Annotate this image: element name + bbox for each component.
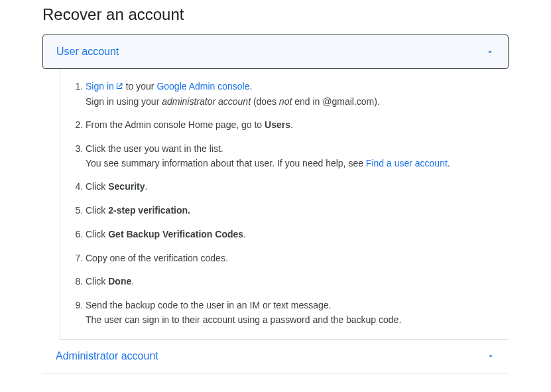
accordion-label: Administrator account — [56, 350, 158, 362]
step-2: From the Admin console Home page, go to … — [86, 118, 509, 133]
admin-console-link[interactable]: Google Admin console — [156, 81, 249, 92]
text: . — [290, 119, 293, 130]
step-8: Click Done. — [86, 275, 509, 289]
page-title: Recover an account — [42, 5, 509, 24]
text: Send the backup code to the user in an I… — [86, 300, 331, 310]
text: From the Admin console Home page, go to — [86, 119, 265, 130]
text: Click — [86, 205, 108, 216]
sign-in-link[interactable]: Sign in — [86, 81, 123, 92]
bold-text: Security — [108, 181, 145, 192]
text: . — [131, 276, 134, 287]
step-4: Click Security. — [86, 180, 509, 194]
step-1-sub: Sign in using your administrator account… — [86, 95, 509, 109]
accordion: User account Sign in to your Google Admi… — [42, 34, 509, 373]
step-3: Click the user you want in the list. You… — [86, 142, 509, 170]
text: Click — [86, 229, 108, 239]
step-7: Copy one of the verification codes. — [86, 251, 509, 266]
accordion-item-user: User account Sign in to your Google Admi… — [42, 34, 509, 340]
accordion-header-admin[interactable]: Administrator account — [42, 340, 509, 373]
text: Sign in using your — [86, 96, 162, 107]
steps-list: Sign in to your Google Admin console. Si… — [67, 80, 509, 327]
text: . — [250, 81, 253, 92]
text: Click the user you want in the list. — [86, 143, 223, 154]
italic-text: not — [279, 96, 292, 107]
chevron-down-icon — [486, 352, 495, 361]
text: end in @gmail.com). — [292, 96, 379, 107]
text: Click — [86, 181, 108, 192]
text: . — [243, 229, 246, 239]
link-text: Sign in — [86, 81, 114, 92]
bold-text: Users — [265, 119, 290, 130]
bold-text: 2-step verification. — [108, 205, 190, 216]
text: . — [448, 158, 450, 168]
chevron-up-icon — [485, 47, 495, 56]
text: Click — [86, 276, 108, 287]
accordion-header-user[interactable]: User account — [42, 34, 509, 69]
text: You see summary information about that u… — [86, 158, 366, 168]
accordion-body-user: Sign in to your Google Admin console. Si… — [60, 69, 509, 340]
step-1: Sign in to your Google Admin console. Si… — [86, 80, 509, 109]
step-6: Click Get Backup Verification Codes. — [86, 228, 509, 242]
text: Copy one of the verification codes. — [86, 253, 228, 263]
step-5: Click 2-step verification. — [86, 204, 509, 218]
bold-text: Get Backup Verification Codes — [108, 229, 243, 239]
find-user-account-link[interactable]: Find a user account — [366, 158, 448, 168]
text: . — [145, 181, 147, 192]
accordion-label: User account — [56, 46, 119, 58]
text: (does — [251, 96, 279, 107]
step-9: Send the backup code to the user in an I… — [86, 298, 509, 327]
external-link-icon — [115, 80, 123, 95]
step-9-sub: The user can sign in to their account us… — [86, 313, 509, 328]
italic-text: administrator account — [162, 96, 251, 107]
bold-text: Done — [108, 276, 131, 287]
text: to your — [123, 81, 157, 92]
accordion-item-admin: Administrator account — [42, 340, 509, 373]
step-3-sub: You see summary information about that u… — [86, 157, 509, 171]
